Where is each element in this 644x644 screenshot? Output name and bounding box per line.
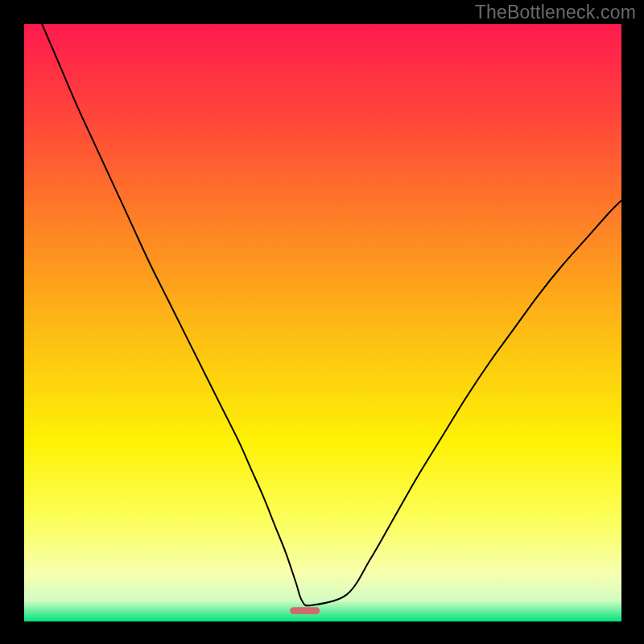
plot-background: [24, 24, 621, 621]
watermark-text: TheBottleneck.com: [475, 2, 636, 23]
floor-marker: [290, 607, 320, 614]
bottleneck-plot: [24, 24, 621, 621]
chart-frame: TheBottleneck.com: [0, 0, 644, 644]
